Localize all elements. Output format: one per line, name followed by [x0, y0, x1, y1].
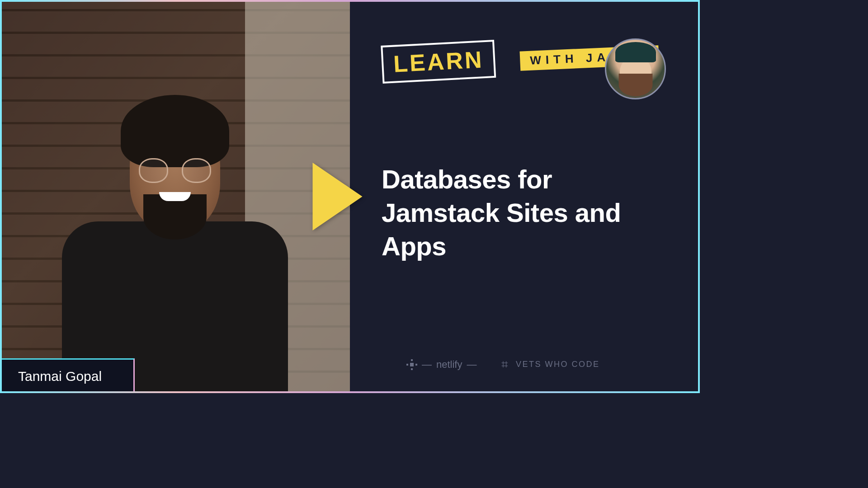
guest-photo — [0, 0, 350, 393]
guest-glasses — [139, 158, 211, 181]
netlify-icon — [406, 359, 417, 370]
sponsors-row: — netlify — ⌗ VETS WHO CODE — [406, 357, 600, 371]
guest-name-text: Tanmai Gopal — [18, 369, 102, 384]
host-face — [620, 58, 651, 92]
sponsor-vets: ⌗ VETS WHO CODE — [501, 357, 599, 371]
thumbnail-container: Tanmai Gopal LEARN WITH JASON Databases … — [0, 0, 700, 393]
episode-title: Databases for Jamstack Sites and Apps — [382, 163, 673, 263]
guest-silhouette — [80, 86, 270, 393]
guest-name-plate: Tanmai Gopal — [0, 358, 135, 393]
guest-beard — [143, 194, 207, 239]
guest-smile — [159, 192, 191, 201]
lens-right — [182, 158, 211, 183]
logo-learn-text: LEARN — [393, 46, 484, 77]
guest-head — [130, 113, 220, 230]
host-avatar — [605, 38, 666, 99]
logo-learn-box: LEARN — [381, 40, 496, 84]
guest-hair — [121, 95, 229, 167]
lens-left — [139, 158, 168, 183]
sponsor-netlify-text: netlify — [436, 359, 462, 371]
vets-hash-icon: ⌗ — [501, 357, 509, 371]
play-button-icon[interactable] — [313, 163, 363, 230]
host-beard — [618, 74, 652, 96]
info-panel: LEARN WITH JASON Databases for Jamstack … — [350, 0, 700, 393]
guest-photo-panel: Tanmai Gopal — [0, 0, 350, 393]
sponsor-vets-text: VETS WHO CODE — [516, 360, 600, 369]
host-hat — [615, 42, 656, 62]
sponsor-netlify: — netlify — — [406, 359, 476, 371]
